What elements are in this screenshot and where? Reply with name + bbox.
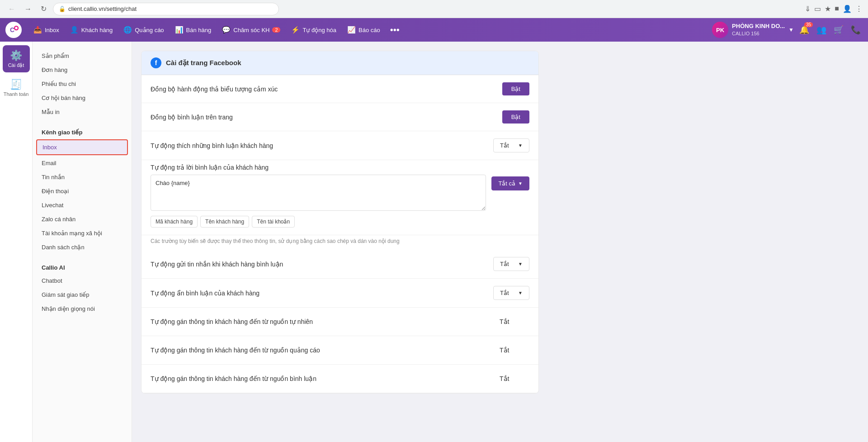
menu-item-livechat[interactable]: Livechat	[33, 198, 132, 212]
menu-item-email[interactable]: Email	[33, 156, 132, 170]
menu-item-sanpham[interactable]: Sản phẩm	[33, 49, 132, 63]
nav-user-info: PHÒNG KINH DO... CALLIO 156	[732, 23, 785, 37]
hint-text: Các trường tùy biến sẽ được thay thế the…	[142, 238, 538, 250]
auto-reply-label: Tự động trả lời bình luận của khách hàng	[151, 164, 486, 171]
binhluan-label: Đồng bộ bình luận trên trang	[151, 114, 497, 121]
nav-label-chamsockh: Chăm sóc KH	[233, 27, 269, 33]
tudonganbinhluan-label-val: Tắt	[500, 290, 509, 296]
settings-card: f Cài đặt trang Facebook Đồng bộ hành độ…	[141, 51, 539, 394]
menu-item-cohobanhang[interactable]: Cơ hội bán hàng	[33, 91, 132, 105]
chamsockh-badge: 2	[272, 27, 280, 33]
download-icon[interactable]: ⇓	[805, 5, 811, 13]
browser-bar: ← → ↻ 🔓 client.callio.vn/setting/chat ⇓ …	[0, 0, 868, 18]
setting-row-binhluan: Đồng bộ bình luận trên trang Bật	[142, 103, 538, 131]
tag-ma-kh[interactable]: Mã khách hàng	[151, 216, 198, 228]
top-nav: C 📥 Inbox 👤 Khách hàng 🌐 Quảng cáo 📊 Bán…	[0, 18, 868, 42]
tudongthich-dropdown[interactable]: Tắt ▼	[493, 138, 529, 152]
menu-icon[interactable]: ⋮	[855, 5, 863, 13]
auto-reply-dropdown-btn[interactable]: Tắt cả ▼	[491, 176, 529, 190]
tag-ten-tk[interactable]: Tên tài khoản	[252, 216, 295, 228]
tudonganbinhluan-dropdown[interactable]: Tắt ▼	[493, 286, 529, 300]
nav-more-button[interactable]: •••	[387, 23, 403, 37]
gantunhien-btn[interactable]: Tắt	[493, 315, 529, 328]
setting-row-tudonganbinhluan: Tự động ẩn bình luận của khách hàng Tắt …	[142, 279, 538, 308]
nav-label-inbox: Inbox	[45, 27, 59, 33]
refresh-button[interactable]: ↻	[38, 4, 49, 14]
menu-item-mauin[interactable]: Mẫu in	[33, 105, 132, 119]
menu-item-danhsachcjan[interactable]: Danh sách chặn	[33, 240, 132, 254]
forward-button[interactable]: →	[22, 4, 34, 14]
main-content: f Cài đặt trang Facebook Đồng bộ hành độ…	[132, 42, 868, 442]
main-layout: ⚙️ Cài đặt 🧾 Thanh toán Sản phẩm Đơn hàn…	[0, 42, 868, 442]
facebook-icon: f	[151, 57, 161, 68]
settings-card-title: Cài đặt trang Facebook	[166, 59, 241, 67]
sidebar-item-caidat[interactable]: ⚙️ Cài đặt	[3, 45, 30, 72]
quangcao-icon: 🌐	[123, 26, 132, 34]
nav-item-chamsockh[interactable]: 💬 Chăm sóc KH 2	[217, 23, 285, 37]
menu-sidebar: Sản phẩm Đơn hàng Phiếu thu chi Cơ hội b…	[33, 42, 132, 442]
contacts-button[interactable]: 👥	[815, 23, 828, 37]
nav-item-quangcao[interactable]: 🌐 Quảng cáo	[119, 23, 168, 37]
baocao-icon: 📈	[347, 26, 356, 34]
setting-row-tudongthich: Tự động thích những bình luận khách hàng…	[142, 131, 538, 160]
url-bar[interactable]: 🔓 client.callio.vn/setting/chat	[53, 3, 279, 15]
menu-item-zalopersonal[interactable]: Zalo cá nhân	[33, 212, 132, 226]
back-button[interactable]: ←	[5, 4, 18, 14]
sidebar-item-thanhtoan[interactable]: 🧾 Thanh toán	[3, 74, 30, 101]
tudonguitin-dropdown[interactable]: Tắt ▼	[493, 257, 529, 271]
nav-logo[interactable]: C	[5, 22, 22, 38]
camxuc-button[interactable]: Bật	[502, 82, 529, 95]
menu-item-giamsatgiaotiep[interactable]: Giám sát giao tiếp	[33, 288, 132, 302]
nav-item-baocao[interactable]: 📈 Báo cáo	[343, 23, 385, 37]
tudonguitin-label-val: Tắt	[500, 261, 509, 267]
menu-item-phieuthuhi[interactable]: Phiếu thu chi	[33, 77, 132, 91]
setting-row-camxuc: Đồng bộ hành động thả biểu tượng cảm xúc…	[142, 75, 538, 103]
ganbinhluan-btn-label: Tắt	[500, 375, 509, 382]
extensions-icon[interactable]: ■	[835, 5, 839, 13]
cast-icon[interactable]: ▭	[814, 5, 821, 13]
nav-item-khachhang[interactable]: 👤 Khách hàng	[66, 23, 117, 37]
caidat-icon: ⚙️	[10, 50, 22, 62]
logo-circle: C	[5, 22, 22, 38]
ganbinhluan-label: Tự động gán thông tin khách hàng đến từ …	[151, 375, 488, 382]
tudongthich-label: Tự động thích những bình luận khách hàng	[151, 142, 488, 149]
menu-item-taikhoammxh[interactable]: Tài khoản mạng xã hội	[33, 226, 132, 240]
auto-reply-section: Tự động trả lời bình luận của khách hàng…	[142, 160, 538, 235]
cart-button[interactable]: 🛒	[832, 23, 845, 37]
nav-label-quangcao: Quảng cáo	[135, 27, 164, 33]
menu-item-nhandiengiongoi[interactable]: Nhận diện giọng nói	[33, 302, 132, 316]
nav-label-banhang: Bán hàng	[186, 27, 212, 33]
notifications-button[interactable]: 🔔 35	[797, 23, 811, 37]
gantunhien-label: Tự động gán thông tin khách hàng đến từ …	[151, 318, 488, 325]
tag-ten-kh[interactable]: Tên khách hàng	[200, 216, 249, 228]
setting-row-ganbinhluan: Tự động gán thông tin khách hàng đến từ …	[142, 365, 538, 393]
ganquangcao-btn[interactable]: Tắt	[493, 343, 529, 357]
profile-icon[interactable]: 👤	[843, 5, 852, 13]
ganquangcao-label: Tự động gán thông tin khách hàng đến từ …	[151, 347, 488, 354]
menu-item-tinnhan[interactable]: Tin nhắn	[33, 170, 132, 184]
nav-avatar: PK	[712, 22, 728, 38]
tudongoa-icon: ⚡	[291, 26, 300, 34]
menu-item-inbox[interactable]: Inbox	[36, 139, 128, 155]
thanhtoan-icon: 🧾	[10, 79, 22, 90]
ganbinhluan-btn[interactable]: Tắt	[493, 372, 529, 385]
binhluan-button[interactable]: Bật	[502, 110, 529, 124]
thanhtoan-label: Thanh toán	[4, 91, 29, 97]
star-icon[interactable]: ★	[825, 5, 831, 13]
nav-item-tudongoa[interactable]: ⚡ Tự động hóa	[287, 23, 341, 37]
tudongthich-caret: ▼	[518, 143, 523, 148]
phone-button[interactable]: 📞	[849, 23, 863, 37]
notif-badge: 35	[804, 22, 813, 27]
setting-row-gantunhien: Tự động gán thông tin khách hàng đến từ …	[142, 308, 538, 336]
menu-item-dienthoai[interactable]: Điện thoại	[33, 184, 132, 198]
menu-section-kenhgiaotiep: Kênh giao tiếp Inbox Email Tin nhắn Điện…	[33, 126, 132, 254]
browser-actions: ⇓ ▭ ★ ■ 👤 ⋮	[805, 5, 863, 13]
menu-item-chatbot[interactable]: Chatbot	[33, 274, 132, 288]
user-dropdown-arrow[interactable]: ▼	[788, 27, 794, 33]
auto-reply-textarea[interactable]: Chào {name}	[151, 175, 486, 211]
auto-reply-caret: ▼	[518, 181, 523, 186]
caidat-label: Cài đặt	[8, 62, 24, 68]
menu-item-donhang[interactable]: Đơn hàng	[33, 63, 132, 77]
nav-item-banhang[interactable]: 📊 Bán hàng	[170, 23, 216, 37]
nav-item-inbox[interactable]: 📥 Inbox	[29, 23, 64, 37]
